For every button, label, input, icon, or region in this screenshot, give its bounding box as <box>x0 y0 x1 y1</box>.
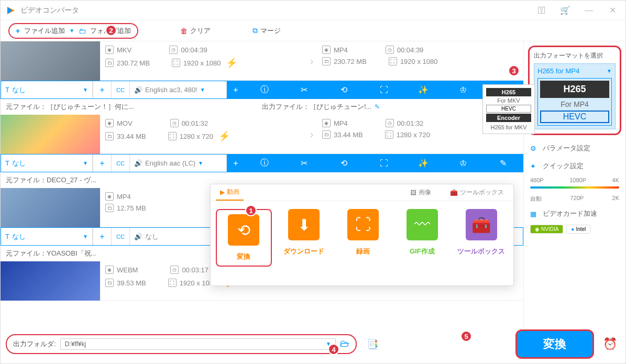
add-subtitle-button[interactable]: + <box>93 228 111 245</box>
duration-icon: ◷ <box>386 46 394 54</box>
cart-icon[interactable]: 🛒 <box>557 5 573 15</box>
subtitle-select[interactable]: Tなし▼ <box>1 228 93 245</box>
resolution-icon: ⛶ <box>172 59 180 67</box>
crop-icon[interactable]: ⛶ <box>364 85 404 95</box>
chevron-down-icon: ▼ <box>83 87 88 93</box>
crop-icon[interactable]: ⛶ <box>364 159 404 168</box>
subtitle-select[interactable]: Tなし▼ <box>1 81 93 98</box>
callout-badge-5: 5 <box>460 330 472 342</box>
effects-icon[interactable]: ✨ <box>403 85 443 95</box>
add-subtitle-button[interactable]: + <box>93 155 111 172</box>
format-icon: ◉ <box>105 46 114 54</box>
tab-toolbox[interactable]: 🧰ツールボックス <box>446 184 508 201</box>
tile-download[interactable]: ⬇ ダウンロード <box>277 209 331 267</box>
add-file-button[interactable]: ファイル追加 <box>24 26 65 36</box>
convert-button[interactable]: 変換 <box>515 329 594 359</box>
subtitle-select[interactable]: Tなし▼ <box>1 155 93 172</box>
quality-slider[interactable] <box>530 186 619 189</box>
dst-res: 1920 x 1080 <box>400 58 438 65</box>
dst-filename: 出力ファイル：［びじゅチューン!... <box>262 102 371 112</box>
license-key-icon[interactable]: ⚿ <box>534 6 550 15</box>
size-icon: 🗀 <box>322 130 331 139</box>
cc-button[interactable]: CC <box>111 228 129 245</box>
info-icon[interactable]: ⓘ <box>245 158 284 169</box>
image-icon: 🖼 <box>410 189 416 196</box>
info-icon[interactable]: ⓘ <box>245 84 284 95</box>
hw-accel-button[interactable]: ▦ビデオカード加速 <box>528 205 621 223</box>
schedule-icon[interactable]: ⏰ <box>599 337 620 351</box>
app-logo <box>6 5 16 16</box>
size-icon: 🗀 <box>105 132 114 140</box>
src-format: MKV <box>117 46 131 54</box>
quick-icon: ✦ <box>530 162 539 170</box>
cc-button[interactable]: CC <box>111 155 129 172</box>
cc-button[interactable]: CC <box>111 81 129 98</box>
src-duration: 00:04:39 <box>181 46 207 54</box>
src-filename: 元ファイル：DECO_27 - ヴ... <box>6 175 96 185</box>
tab-video[interactable]: ▶動画 <box>216 184 244 201</box>
tile-convert[interactable]: ⟲ 変換 <box>216 209 272 267</box>
clear-button[interactable]: クリア <box>190 26 211 36</box>
tile-record[interactable]: ⛶ 録画 <box>336 209 390 267</box>
tile-toolbox[interactable]: 🧰 ツールボックス <box>454 209 508 267</box>
arrow-icon: › <box>306 115 317 153</box>
callout-badge-2: 2 <box>105 25 117 36</box>
open-list-icon[interactable]: 📑 <box>362 338 383 350</box>
size-icon: 🗀 <box>105 204 114 212</box>
tile-gif[interactable]: 〰 GIF作成 <box>395 209 449 267</box>
add-subtitle-button[interactable]: + <box>93 81 111 98</box>
edit-icon[interactable]: ✎ <box>483 158 523 168</box>
params-button[interactable]: ⚙パラメータ設定 <box>528 139 621 157</box>
chevron-down-icon[interactable]: ▼ <box>607 68 612 74</box>
nvidia-badge: ◉ NVIDIA <box>530 225 563 234</box>
rotate-icon[interactable]: ⟲ <box>324 85 364 95</box>
add-file-dropdown[interactable]: ▼ <box>69 28 74 34</box>
cut-icon[interactable]: ✂ <box>284 158 324 168</box>
quick-settings-button[interactable]: ✦クイック設定 <box>528 157 621 175</box>
settings-icon: ⚙ <box>530 145 539 152</box>
size-icon: 🗀 <box>105 279 114 287</box>
browse-folder-icon[interactable]: 🗁 <box>340 338 349 349</box>
lightning-icon: ⚡ <box>216 130 232 142</box>
thumbnail[interactable] <box>1 115 100 154</box>
output-folder-label: 出力フォルダ: <box>13 339 56 349</box>
arrow-icon: › <box>306 41 317 80</box>
tab-image[interactable]: 🖼画像 <box>406 184 435 201</box>
thumbnail[interactable] <box>1 188 100 227</box>
close-button[interactable]: ✕ <box>605 5 620 15</box>
duration-icon: ◷ <box>386 119 394 127</box>
src-filename: 元ファイル：［びじゅチューン！］何に... <box>6 102 134 112</box>
plus-icon: + <box>16 27 20 35</box>
src-size: 230.72 MB <box>117 59 150 67</box>
edit-name-icon[interactable]: ✎ <box>375 103 380 111</box>
file-control-bar: Tなし▼ + CC 🔊English aac (LC)▼ + ⓘ ✂ ⟲ ⛶ ✨… <box>1 154 523 172</box>
output-folder-input[interactable]: D:¥ff¥kj▼ <box>60 338 336 350</box>
minimize-button[interactable]: — <box>581 6 597 15</box>
file-row: ◉MOV◷00:01:32 🗀33.44 MB⛶1280 x 720⚡ › ◉M… <box>1 115 523 154</box>
thumbnail[interactable] <box>1 261 100 301</box>
cut-icon[interactable]: ✂ <box>284 85 324 95</box>
watermark-icon[interactable]: ♔ <box>443 158 483 168</box>
audio-select[interactable]: 🔊English ac3, 480!▼ <box>129 81 226 98</box>
format-icon: ◉ <box>322 46 331 54</box>
format-card-h265-mkv[interactable]: H265 For MKV HEVC Encoder H265 for MKV <box>482 84 535 134</box>
callout-badge-4: 4 <box>328 344 339 355</box>
watermark-icon[interactable]: ♔ <box>443 85 483 95</box>
trash-icon: 🗑 <box>180 27 188 35</box>
dst-format: MP4 <box>334 46 348 54</box>
add-audio-button[interactable]: + <box>226 155 245 172</box>
thumbnail[interactable] <box>1 41 100 81</box>
audio-select[interactable]: 🔊English aac (LC)▼ <box>129 155 226 172</box>
download-icon: ⬇ <box>288 209 320 240</box>
chip-icon: ▦ <box>530 210 539 218</box>
effects-icon[interactable]: ✨ <box>403 158 443 168</box>
callout-badge-1: 1 <box>245 205 257 216</box>
file-name-row: 元ファイル：［びじゅチューン！］何に... 出力ファイル：［びじゅチューン!..… <box>1 99 523 115</box>
add-audio-button[interactable]: + <box>226 81 245 98</box>
merge-button[interactable]: マージ <box>260 26 281 36</box>
format-card-h265-mp4[interactable]: H265 For MP4 HEVC <box>537 78 612 126</box>
chevron-down-icon: ▼ <box>198 160 203 166</box>
size-icon: 🗀 <box>322 57 331 65</box>
app-title: ビデオコンバータ <box>20 6 534 15</box>
rotate-icon[interactable]: ⟲ <box>324 158 364 168</box>
